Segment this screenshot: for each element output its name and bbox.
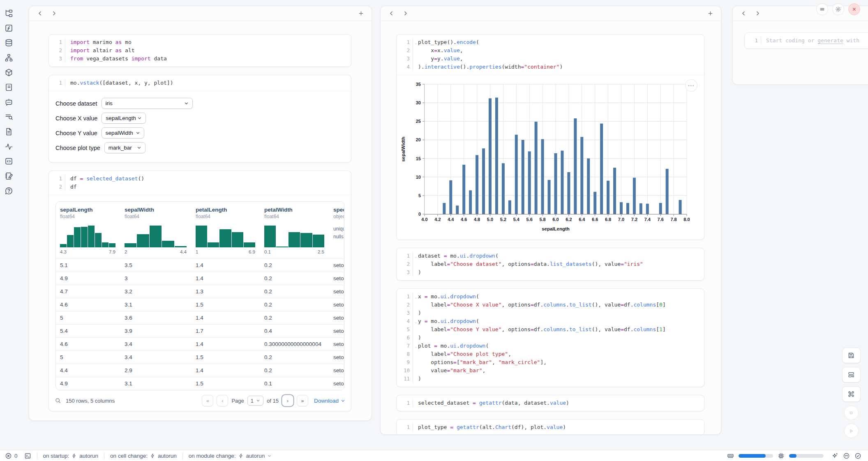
fold-chevron-icon[interactable]: ⌄ <box>413 39 417 47</box>
table-row: 4.931.40.2setosa <box>56 272 344 285</box>
sidebar-item-notebook-pen[interactable] <box>5 172 13 180</box>
table-cell: 1.4 <box>192 272 260 285</box>
table-cell: 3.4 <box>120 338 192 350</box>
sidebar-item-activity[interactable] <box>5 142 13 151</box>
code-line: 1import marimo as mo <box>49 38 351 46</box>
dropdown-select-choose-y-value[interactable]: sepalWidth <box>102 127 144 138</box>
sidebar-item-help-circle[interactable] <box>5 187 13 195</box>
code-editor[interactable]: 1df = selected_dataset()2df <box>49 171 351 195</box>
column-prev-button[interactable] <box>35 9 45 18</box>
code-editor[interactable]: 1selected_dataset = getattr(data, datase… <box>397 395 704 411</box>
range-min: 4.3 <box>60 249 67 254</box>
fold-chevron-icon[interactable]: ⌄ <box>413 252 417 260</box>
svg-text:6.4: 6.4 <box>579 217 585 222</box>
table-cell: 1.4 <box>192 311 260 324</box>
table-search-button[interactable] <box>55 397 61 404</box>
dropdown-value: sepalLength <box>106 115 136 121</box>
dropdown-select-choose-x-value[interactable]: sepalLength <box>102 113 146 124</box>
notebook-cell: 1selected_dataset = getattr(data, datase… <box>396 395 704 411</box>
save-notebook-button[interactable] <box>842 348 861 363</box>
table-cell: setosa <box>329 377 344 390</box>
column-dtype: float64 <box>125 214 187 219</box>
code-line: 1⌄plot_type().encode( <box>397 38 704 46</box>
code-editor[interactable]: 1⌄plot_type().encode(2 x=x.value,3 y=y.v… <box>397 35 704 75</box>
errors-indicator[interactable] <box>5 452 12 459</box>
column-1-toolbar <box>29 6 372 21</box>
svg-text:0: 0 <box>418 212 421 217</box>
layout-button[interactable] <box>842 367 861 383</box>
chevron-down-icon <box>137 145 141 150</box>
fold-chevron-icon[interactable]: ⌄ <box>413 318 417 326</box>
table-column-header[interactable]: petalWidthfloat640.12.5 <box>260 207 329 254</box>
add-cell-button[interactable] <box>705 9 715 18</box>
page-select[interactable]: 1 <box>247 396 263 406</box>
sidebar-item-list-search[interactable] <box>5 113 13 121</box>
code-editor[interactable]: 1⌄x = mo.ui.dropdown(2 label="Choose X v… <box>397 289 704 387</box>
chart-menu-button[interactable]: ••• <box>685 79 697 92</box>
code-editor[interactable]: 1import marimo as mo2import altair as al… <box>49 35 351 67</box>
table-column-header[interactable]: speciesobjectuniquenulls: <box>329 207 344 254</box>
interrupt-button[interactable] <box>844 406 859 420</box>
svg-text:4.0: 4.0 <box>421 217 427 222</box>
code-editor[interactable]: 1plot_type = getattr(alt.Chart(df), plot… <box>397 420 704 435</box>
column-dtype: float64 <box>60 214 115 219</box>
first-page-button[interactable]: « <box>202 395 213 406</box>
table-column-header[interactable]: petalLengthfloat6416.9 <box>192 207 260 254</box>
sidebar-item-bot-chat[interactable] <box>5 98 13 106</box>
ai-assist-button[interactable] <box>831 452 838 459</box>
code-line: 1mo.vstack([dataset, x, y, plot]) <box>49 79 351 87</box>
sidebar-item-database[interactable] <box>5 39 13 47</box>
generate-link[interactable]: generate <box>817 37 843 44</box>
sidebar-item-code-window[interactable] <box>5 157 13 166</box>
code-editor[interactable]: 1mo.vstack([dataset, x, y, plot]) <box>49 75 351 91</box>
on-module-change-toggle[interactable]: on module change: autorun <box>189 453 272 459</box>
close-icon <box>851 6 857 12</box>
sidebar-item-scroll-text[interactable] <box>5 83 13 92</box>
last-page-button[interactable]: » <box>297 395 308 406</box>
fold-chevron-icon[interactable]: ⌄ <box>413 342 417 350</box>
column-prev-button[interactable] <box>739 9 748 18</box>
sidebar-item-package[interactable] <box>5 68 13 77</box>
command-palette-button[interactable] <box>842 386 861 402</box>
settings-button[interactable] <box>832 3 844 15</box>
table-cell: setosa <box>329 351 344 364</box>
code-text: label="Choose plot type", <box>413 350 511 358</box>
column-next-button[interactable] <box>400 9 410 18</box>
svg-text:8.0: 8.0 <box>683 217 690 222</box>
sidebar-item-file-text[interactable] <box>5 127 13 136</box>
column-next-button[interactable] <box>49 9 59 18</box>
run-button[interactable] <box>844 424 859 438</box>
chat-bot-button[interactable] <box>843 452 850 459</box>
on-startup-toggle[interactable]: on startup: autorun <box>43 453 99 459</box>
sidebar-item-function-square[interactable] <box>5 24 13 32</box>
prev-page-button[interactable]: ‹ <box>217 395 228 406</box>
dropdown-select-choose-dataset[interactable]: iris <box>102 98 193 109</box>
histogram-bar <box>276 247 288 247</box>
chevron-down-icon <box>256 399 260 403</box>
range-max: 7.9 <box>109 249 115 254</box>
table-column-header[interactable]: sepalLengthfloat644.37.9 <box>56 207 120 254</box>
altair-bar-chart[interactable]: 4.04.24.44.64.85.05.25.45.65.86.06.26.46… <box>398 78 702 235</box>
memory-meter <box>739 454 773 458</box>
on-cell-change-toggle[interactable]: on cell change: autorun <box>110 453 177 459</box>
code-line: 7⌄plot = mo.ui.dropdown( <box>397 342 704 350</box>
add-cell-button[interactable] <box>356 9 366 18</box>
table-column-header[interactable]: sepalWidthfloat6424.4 <box>120 207 192 254</box>
svg-text:10: 10 <box>416 175 421 180</box>
code-editor[interactable]: 1 Start coding or generate with <box>745 33 868 48</box>
close-button[interactable] <box>848 3 860 15</box>
dropdown-select-choose-plot-type[interactable]: mark_bar <box>104 142 145 153</box>
code-editor[interactable]: 1⌄dataset = mo.ui.dropdown(2 label="Choo… <box>397 248 704 280</box>
terminal-button[interactable] <box>24 452 31 459</box>
column-next-button[interactable] <box>753 9 762 18</box>
file-tree-icon <box>5 9 13 18</box>
column-prev-button[interactable] <box>386 9 396 18</box>
sidebar-item-file-tree[interactable] <box>5 9 13 18</box>
download-button[interactable]: Download <box>314 398 345 404</box>
sidebar-item-workflow[interactable] <box>5 53 13 62</box>
next-page-button[interactable]: › <box>282 395 293 406</box>
fold-chevron-icon[interactable]: ⌄ <box>413 293 417 301</box>
line-number: 3 <box>397 55 413 63</box>
menu-button[interactable] <box>816 3 828 15</box>
connection-status-button[interactable] <box>854 452 861 459</box>
